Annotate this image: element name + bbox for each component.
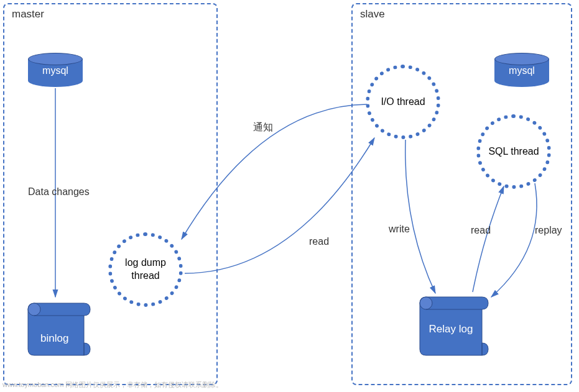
io-thread-label: I/O thread xyxy=(381,96,425,109)
binlog-doc: binlog xyxy=(22,298,96,360)
slave-db-label: mysql xyxy=(509,65,535,76)
slave-title: slave xyxy=(360,8,385,21)
binlog-label: binlog xyxy=(40,332,68,345)
sql-thread: SQL thread xyxy=(480,118,547,185)
master-db-label: mysql xyxy=(42,65,68,76)
label-notify: 通知 xyxy=(253,121,273,134)
label-read-master: read xyxy=(309,236,329,247)
svg-point-0 xyxy=(28,303,40,316)
relaylog-label: Relay log xyxy=(414,323,488,335)
label-read-slave: read xyxy=(471,225,491,236)
label-write: write xyxy=(389,224,410,235)
master-title: master xyxy=(12,8,44,21)
relaylog-doc: Relay log xyxy=(414,292,488,354)
slave-db-cylinder: mysql xyxy=(494,53,549,87)
label-data-changes: Data changes xyxy=(28,186,90,198)
watermark: www.toymoban.com 网络图片仅供展示，非存储，如有侵权请联系删除。 xyxy=(2,380,223,390)
sql-thread-label: SQL thread xyxy=(488,145,539,158)
io-thread: I/O thread xyxy=(369,68,437,135)
log-dump-thread: log dump thread xyxy=(112,236,179,303)
log-dump-thread-label: log dump thread xyxy=(112,257,179,283)
svg-point-1 xyxy=(420,297,432,309)
master-db-cylinder: mysql xyxy=(28,53,83,87)
label-replay: replay xyxy=(535,225,562,236)
